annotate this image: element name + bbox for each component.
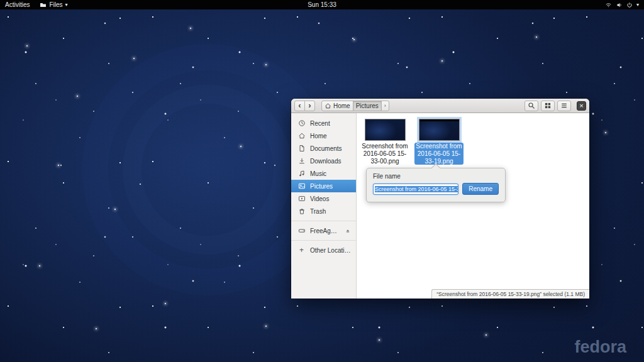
- path-expander-button[interactable]: ›: [381, 101, 389, 111]
- wallpaper-swirl: [123, 85, 292, 255]
- document-icon: [297, 145, 306, 152]
- sidebar-item-home[interactable]: Home: [291, 129, 356, 142]
- grid-view-icon: [544, 102, 552, 109]
- app-menu-label: Files: [49, 1, 62, 8]
- fedora-watermark: fedora: [574, 337, 626, 357]
- eject-icon: [345, 228, 351, 234]
- sidebar-item-label: Pictures: [310, 183, 352, 190]
- sidebar-item-trash[interactable]: Trash: [291, 205, 356, 217]
- path-home-button[interactable]: Home: [321, 101, 353, 111]
- sidebar-item-documents[interactable]: Documents: [291, 142, 356, 155]
- sidebar-item-freeagent-drive[interactable]: FreeAgent Dri…: [291, 224, 356, 237]
- system-status-area[interactable]: ▾: [600, 0, 644, 9]
- search-button[interactable]: [525, 101, 538, 111]
- menu-button[interactable]: [557, 101, 571, 111]
- sidebar-item-label: Home: [310, 133, 352, 140]
- top-bar: Activities Files ▾ Sun 15:33: [0, 0, 644, 9]
- plus-icon: +: [297, 246, 306, 254]
- file-thumbnail: [419, 119, 460, 141]
- network-icon: [605, 2, 612, 8]
- file-thumbnail: [365, 119, 406, 141]
- close-button[interactable]: ×: [577, 101, 586, 111]
- sidebar-item-downloads[interactable]: Downloads: [291, 155, 356, 167]
- sidebar-item-label: Other Locations: [310, 247, 352, 254]
- clock[interactable]: Sun 15:33: [303, 0, 341, 9]
- chevron-right-icon: ›: [384, 102, 386, 109]
- chevron-left-icon: ‹: [298, 101, 301, 109]
- sidebar-item-videos[interactable]: Videos: [291, 192, 356, 205]
- files-app-icon: [40, 1, 47, 8]
- hamburger-menu-icon: [560, 102, 568, 109]
- path-home-label: Home: [333, 102, 350, 109]
- download-icon: [297, 157, 306, 165]
- home-icon: [325, 102, 331, 109]
- file-name-field-label: File name: [373, 173, 499, 180]
- back-button[interactable]: ‹: [294, 101, 305, 111]
- chevron-down-icon: ▾: [65, 3, 68, 8]
- selected-text: Screenshot from 2016-06-05 15-33-19: [375, 186, 458, 192]
- clock-label: Sun 15:33: [308, 1, 336, 8]
- music-icon: [297, 170, 306, 177]
- forward-button[interactable]: ›: [304, 101, 315, 111]
- header-bar: ‹ › Home Pictures: [291, 99, 589, 113]
- volume-icon: [616, 2, 623, 8]
- rename-button[interactable]: Rename: [462, 183, 499, 195]
- home-icon: [297, 132, 306, 140]
- file-name-label: Screenshot from 2016-06-05 15-33-19.png: [414, 143, 464, 165]
- close-icon: ×: [579, 102, 583, 109]
- eject-button[interactable]: [343, 228, 352, 234]
- file-item-selected[interactable]: Screenshot from 2016-06-05 15-33-19.png: [414, 119, 464, 165]
- chevron-down-icon: ▾: [636, 3, 639, 8]
- pictures-icon: [297, 182, 306, 190]
- path-pictures-button[interactable]: Pictures: [353, 101, 382, 111]
- file-view[interactable]: Screenshot from 2016-06-05 15-33-00.png …: [357, 113, 589, 299]
- search-icon: [528, 102, 535, 109]
- app-menu-button[interactable]: Files ▾: [35, 0, 72, 9]
- trash-icon: [297, 207, 306, 215]
- desktop: fedora Activities Files ▾ Sun 15:33: [0, 0, 644, 362]
- sidebar-item-label: Downloads: [310, 158, 352, 165]
- sidebar-item-label: Trash: [310, 208, 352, 215]
- videos-icon: [297, 195, 306, 202]
- activities-button[interactable]: Activities: [0, 0, 35, 9]
- recent-icon: [297, 119, 306, 127]
- rename-popover: File name Screenshot from 2016-06-05 15-…: [366, 168, 506, 202]
- file-item[interactable]: Screenshot from 2016-06-05 15-33-00.png: [360, 119, 410, 165]
- files-window: ‹ › Home Pictures: [291, 99, 589, 299]
- file-name-label: Screenshot from 2016-06-05 15-33-00.png: [360, 143, 409, 165]
- sidebar-item-music[interactable]: Music: [291, 167, 356, 180]
- chevron-right-icon: ›: [308, 101, 311, 109]
- activities-label: Activities: [5, 1, 30, 8]
- sidebar-item-pictures[interactable]: Pictures: [291, 180, 356, 192]
- sidebar-separator: [291, 221, 356, 221]
- drive-icon: [297, 227, 306, 234]
- sidebar-item-label: Recent: [310, 120, 352, 127]
- thumbnail-topbar: [419, 119, 459, 121]
- power-icon: [626, 2, 633, 8]
- sidebar-item-label: Videos: [310, 195, 352, 202]
- status-bar: “Screenshot from 2016-06-05 15-33-19.png…: [431, 289, 589, 299]
- sidebar-separator: [291, 240, 356, 241]
- path-pictures-label: Pictures: [356, 102, 379, 109]
- sidebar-item-other-locations[interactable]: + Other Locations: [291, 244, 356, 256]
- sidebar-item-label: FreeAgent Dri…: [310, 228, 339, 234]
- sidebar-item-label: Music: [310, 170, 352, 177]
- grid-view-button[interactable]: [541, 101, 555, 111]
- sidebar-item-recent[interactable]: Recent: [291, 117, 356, 129]
- path-bar: Home Pictures ›: [321, 101, 389, 111]
- rename-input[interactable]: Screenshot from 2016-06-05 15-33-19.png: [373, 184, 458, 195]
- sidebar: Recent Home Docume: [291, 113, 357, 299]
- nav-buttons: ‹ ›: [294, 101, 315, 111]
- sidebar-item-label: Documents: [310, 145, 352, 152]
